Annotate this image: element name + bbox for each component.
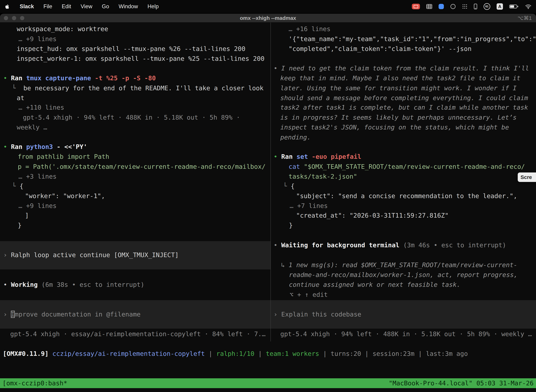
- terminal-line-right: readme-and-reco/mailbox/worker-1.json, a…: [289, 270, 517, 280]
- tmux-status-bar: [omx-cczip0:bash* "MacBook-Pro-44.local"…: [0, 378, 536, 388]
- terminal-line-left: "worker": "worker-1",: [25, 191, 105, 201]
- right-pane-footer: gpt-5.4 xhigh · 94% left · 488K in · 5.1…: [280, 329, 532, 339]
- terminal-line-right: }: [289, 220, 293, 230]
- terminal-line-left: at: [17, 93, 24, 103]
- screen-share-overlay[interactable]: Scre: [518, 173, 536, 182]
- pane-divider[interactable]: [270, 23, 271, 341]
- thinking-line: • I need to get the claim token from the…: [274, 63, 529, 73]
- tmux-session-name: [omx-cczip0:bash*: [2, 378, 67, 388]
- terminal-line-left: }: [18, 220, 22, 230]
- ran-python-line: • Ran python3 - <<'PY': [3, 142, 87, 152]
- left-pane-footer: gpt-5.4 xhigh · essay/ai-reimplementatio…: [10, 329, 266, 339]
- terminal-line-right: keep that in mind. Maybe I also need the…: [280, 73, 520, 83]
- terminal-line-right: … +7 lines: [290, 201, 328, 211]
- terminal-line-left: └ {: [12, 181, 23, 191]
- terminal-line-left: … +9 lines: [19, 34, 57, 44]
- terminal-line-right: ↳ 1 new msg(s): read $OMX_TEAM_STATE_ROO…: [281, 260, 517, 270]
- terminal-line-right: later. Using the same for transition mig…: [280, 83, 517, 93]
- terminal-line-left: └ be necessary for the end of the README…: [12, 83, 263, 93]
- terminal-line-left: p = Path('.omx/state/team/review-current…: [18, 162, 266, 172]
- terminal-line-left: … +110 lines: [19, 103, 64, 112]
- ralph-loop-input-line[interactable]: › Ralph loop active continue [OMX_TMUX_I…: [3, 250, 179, 260]
- terminal-line-left: workspace_mode: worktree: [17, 24, 108, 34]
- terminal-line-left: … +9 lines: [19, 201, 57, 211]
- terminal-line-left: weekly …: [17, 122, 47, 132]
- waiting-status-line: • Waiting for background terminal (3m 46…: [274, 240, 506, 250]
- terminal-line-right: └ {: [283, 181, 295, 191]
- terminal-line-left: ]: [25, 210, 29, 220]
- terminal-line-right: continue assigned work or next feasible …: [289, 280, 460, 289]
- terminal-line-right: ⌥ + ↑ edit: [290, 290, 328, 300]
- terminal-line-right: … +16 lines: [289, 24, 330, 34]
- terminal-line-right: should send a message before completing …: [280, 93, 528, 103]
- tmux-session: workspace_mode: worktree… +9 linesinspec…: [0, 0, 536, 392]
- terminal-line-right: '{"team_name":"my-team","task_id":"1","f…: [289, 34, 536, 44]
- terminal-line-right: "created_at": "2026-03-31T11:59:27.816Z": [296, 210, 449, 220]
- terminal-line-right: is in progress? It seems likely but perh…: [280, 112, 517, 122]
- terminal-line-left: inspect_worker-1: omx sparkshell --tmux-…: [17, 54, 264, 64]
- omx-session-status-line: [OMX#0.11.9] cczip/essay/ai-reimplementa…: [3, 349, 468, 359]
- terminal-line-left: inspect_hud: omx sparkshell --tmux-pane …: [17, 44, 245, 54]
- terminal-line-right: "completed","claim_token":"claim-token"}…: [289, 44, 471, 54]
- terminal-line-right: "subject": "send a concise recommendatio…: [296, 191, 517, 201]
- terminal-line-right: cat "$OMX_TEAM_STATE_ROOT/team/review-cu…: [289, 162, 525, 172]
- terminal-line-right: pending.: [280, 132, 311, 142]
- ran-set-pipefail-line: • Ran set -euo pipefail: [274, 152, 361, 162]
- ran-tmux-capture-line: • Ran tmux capture-pane -t %25 -p -S -80: [3, 73, 156, 83]
- screen: Slack File Edit View Go Window Help 61: [0, 0, 536, 392]
- terminal-line-right: tasks/task-2.json": [289, 172, 357, 182]
- terminal-line-right: task2 after task1 is complete, but can I…: [280, 103, 528, 112]
- terminal-line-left: from pathlib import Path: [18, 152, 109, 162]
- tmux-host-clock: "MacBook-Pro-44.local" 05:03 31-Mar-26: [389, 378, 534, 388]
- terminal-line-right: inspect task2's JSON, focusing on the st…: [280, 122, 509, 132]
- terminal-line-left: … +3 lines: [19, 172, 57, 182]
- terminal-line-left: gpt-5.4 xhigh · 94% left · 488K in · 5.1…: [23, 112, 240, 122]
- working-status-line: • Working (6m 38s • esc to interrupt): [3, 280, 144, 289]
- prompt-placeholder-line[interactable]: › Improve documentation in @filename: [3, 309, 140, 319]
- suggestion-line[interactable]: › Explain this codebase: [274, 309, 361, 319]
